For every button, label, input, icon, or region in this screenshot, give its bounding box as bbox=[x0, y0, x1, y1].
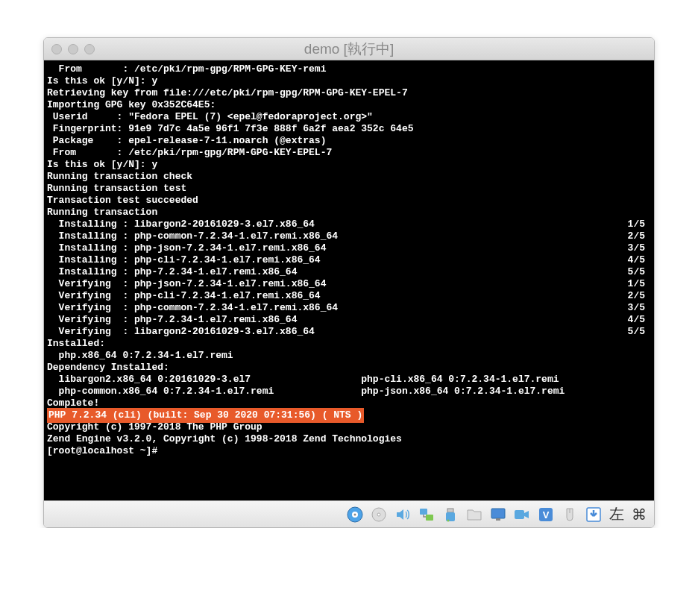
terminal-line: Verifying : php-common-7.2.34-1.el7.remi… bbox=[47, 302, 651, 314]
terminal-line: libargon2.x86_64 0:20161029-3.el7 php-cl… bbox=[47, 374, 651, 386]
terminal-line: Copyright (c) 1997-2018 The PHP Group bbox=[47, 421, 651, 433]
host-key-label[interactable]: 左 bbox=[608, 504, 626, 524]
display-icon[interactable] bbox=[488, 505, 508, 524]
terminal-line: Installing : php-json-7.2.34-1.el7.remi.… bbox=[47, 242, 651, 254]
maximize-button[interactable] bbox=[84, 44, 95, 54]
folder-icon[interactable] bbox=[465, 505, 484, 524]
svg-rect-7 bbox=[447, 509, 453, 512]
terminal-line: Package : epel-release-7-11.noarch (@ext… bbox=[47, 135, 651, 147]
terminal-line: Installed: bbox=[47, 338, 651, 350]
vm-toolbar: V 左 ⌘ bbox=[44, 500, 654, 527]
terminal-line: Running transaction bbox=[47, 207, 651, 219]
minimize-button[interactable] bbox=[68, 44, 78, 54]
traffic-lights bbox=[44, 44, 95, 54]
svg-point-4 bbox=[377, 513, 380, 516]
terminal-line: php.x86_64 0:7.2.34-1.el7.remi bbox=[47, 350, 651, 362]
optical-icon[interactable] bbox=[369, 505, 389, 524]
terminal-line: Retrieving key from file:///etc/pki/rpm-… bbox=[47, 87, 651, 99]
close-button[interactable] bbox=[51, 44, 62, 54]
terminal-line: Verifying : php-cli-7.2.34-1.el7.remi.x8… bbox=[47, 290, 651, 302]
virtualbox-icon[interactable]: V bbox=[536, 505, 556, 524]
terminal-line: [root@localhost ~]# bbox=[47, 445, 651, 457]
svg-rect-10 bbox=[491, 509, 505, 518]
terminal-line: Verifying : php-7.2.34-1.el7.remi.x86_64… bbox=[47, 314, 651, 326]
terminal-line: Verifying : libargon2-20161029-3.el7.x86… bbox=[47, 326, 651, 338]
terminal-line: Transaction test succeeded bbox=[47, 195, 651, 207]
terminal-line: Is this ok [y/N]: y bbox=[47, 159, 651, 171]
svg-rect-12 bbox=[515, 510, 524, 519]
terminal-highlight-line: PHP 7.2.34 (cli) (built: Sep 30 2020 07:… bbox=[47, 409, 651, 421]
terminal-line: Dependency Installed: bbox=[47, 362, 651, 374]
vm-window: demo [執行中] From : /etc/pki/rpm-gpg/RPM-G… bbox=[43, 37, 655, 528]
terminal-line: Installing : php-7.2.34-1.el7.remi.x86_6… bbox=[47, 266, 651, 278]
window-title: demo [執行中] bbox=[304, 40, 394, 59]
disk-icon[interactable] bbox=[345, 505, 365, 524]
terminal-line: From : /etc/pki/rpm-gpg/RPM-GPG-KEY-remi bbox=[47, 63, 651, 75]
terminal-output[interactable]: From : /etc/pki/rpm-gpg/RPM-GPG-KEY-remi… bbox=[44, 60, 654, 500]
svg-point-9 bbox=[447, 519, 450, 521]
host-key-cmd-icon[interactable]: ⌘ bbox=[630, 506, 648, 524]
svg-rect-5 bbox=[420, 509, 427, 515]
mouse-icon[interactable] bbox=[560, 505, 579, 524]
svg-rect-6 bbox=[426, 515, 433, 521]
terminal-line: Importing GPG key 0x352C64E5: bbox=[47, 99, 651, 111]
terminal-line: Installing : php-cli-7.2.34-1.el7.remi.x… bbox=[47, 254, 651, 266]
terminal-line: php-common.x86_64 0:7.2.34-1.el7.remi ph… bbox=[47, 386, 651, 397]
network-icon[interactable] bbox=[417, 505, 436, 524]
terminal-line: Installing : libargon2-20161029-3.el7.x8… bbox=[47, 219, 651, 230]
terminal-line: Userid : "Fedora EPEL (7) <epel@fedorapr… bbox=[47, 111, 651, 123]
audio-icon[interactable] bbox=[393, 505, 412, 524]
terminal-line: From : /etc/pki/rpm-gpg/RPM-GPG-KEY-EPEL… bbox=[47, 147, 651, 159]
download-icon[interactable] bbox=[584, 505, 603, 524]
terminal-line: Running transaction test bbox=[47, 183, 651, 195]
usb-icon[interactable] bbox=[441, 505, 460, 524]
terminal-line: Fingerprint: 91e9 7d7c 4a5e 96f1 7f3e 88… bbox=[47, 123, 651, 135]
svg-text:V: V bbox=[543, 509, 550, 521]
recording-icon[interactable] bbox=[512, 505, 532, 524]
terminal-line: Zend Engine v3.2.0, Copyright (c) 1998-2… bbox=[47, 433, 651, 445]
terminal-line: Is this ok [y/N]: y bbox=[47, 75, 651, 87]
svg-rect-11 bbox=[496, 518, 500, 521]
titlebar: demo [執行中] bbox=[44, 38, 654, 60]
terminal-line: Running transaction check bbox=[47, 171, 651, 183]
svg-point-2 bbox=[354, 513, 356, 515]
terminal-line: Installing : php-common-7.2.34-1.el7.rem… bbox=[47, 230, 651, 242]
terminal-line: Verifying : php-json-7.2.34-1.el7.remi.x… bbox=[47, 278, 651, 290]
